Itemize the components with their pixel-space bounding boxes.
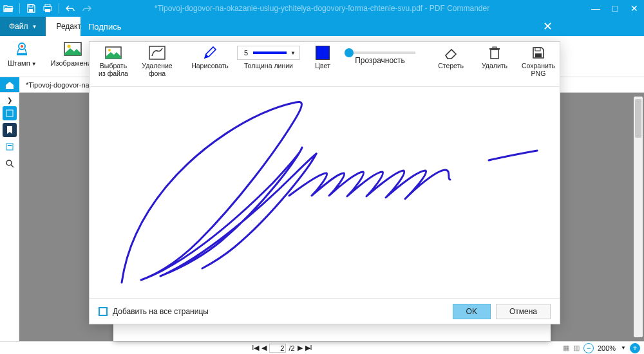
- view-single-icon[interactable]: ▦: [563, 344, 569, 352]
- page-total: /2: [289, 344, 294, 352]
- trash-icon: [486, 46, 504, 60]
- svg-point-13: [6, 160, 12, 165]
- page-nav: I◀ ◀ /2 ▶ ▶I: [252, 344, 312, 353]
- home-tab[interactable]: [0, 77, 19, 92]
- svg-rect-1: [29, 9, 33, 12]
- first-page-button[interactable]: I◀: [252, 344, 259, 352]
- line-width-control[interactable]: 5 ▼ Толщина линии: [236, 46, 301, 70]
- opacity-slider[interactable]: Прозрачность: [345, 46, 415, 65]
- close-button[interactable]: ✕: [625, 0, 644, 17]
- view-facing-icon[interactable]: ▥: [573, 344, 580, 352]
- eraser-icon: [442, 46, 460, 60]
- cancel-button[interactable]: Отмена: [496, 304, 551, 319]
- stamp-icon: [12, 40, 32, 58]
- zoom-in-button[interactable]: +: [630, 343, 640, 353]
- svg-rect-18: [491, 50, 498, 59]
- svg-rect-7: [17, 53, 27, 55]
- file-menu[interactable]: Файл▼: [0, 17, 46, 36]
- image-icon: [62, 40, 83, 58]
- svg-line-14: [11, 165, 14, 167]
- titlebar: *Tipovoj-dogovor-na-okazanie-uslug-ychit…: [0, 0, 644, 17]
- open-icon[interactable]: [0, 0, 17, 17]
- prev-page-button[interactable]: ◀: [261, 344, 267, 352]
- svg-rect-4: [45, 9, 50, 12]
- remove-bg-button[interactable]: Удаление фона: [140, 46, 175, 77]
- choose-from-file-button[interactable]: Выбрать из файла: [96, 46, 131, 77]
- delete-button[interactable]: Удалить: [477, 46, 512, 70]
- svg-rect-10: [6, 110, 13, 116]
- dialog-close-button[interactable]: ✕: [543, 19, 553, 33]
- print-icon[interactable]: [39, 0, 56, 17]
- restore-button[interactable]: □: [605, 0, 625, 17]
- window-title: *Tipovoj-dogovor-na-okazanie-uslug-ychit…: [0, 4, 644, 13]
- svg-rect-12: [8, 145, 12, 146]
- thumbnails-icon[interactable]: [3, 106, 17, 120]
- signature-dialog: Выбрать из файла Удаление фона Нарисоват…: [89, 41, 560, 324]
- zoom-dropdown[interactable]: ▼: [621, 345, 626, 351]
- zoom-level: 200%: [598, 344, 616, 352]
- expand-rail[interactable]: ❯: [7, 97, 12, 104]
- dialog-title: Подпись: [88, 22, 121, 32]
- dialog-header: Подпись ✕: [80, 17, 560, 36]
- picture-icon: [104, 46, 122, 60]
- svg-point-16: [108, 49, 111, 51]
- remove-bg-icon: [148, 46, 166, 60]
- next-page-button[interactable]: ▶: [298, 344, 303, 352]
- line-sample: [253, 51, 287, 54]
- svg-point-9: [68, 45, 71, 48]
- dialog-footer: Добавить на все страницы OK Отмена: [90, 298, 560, 324]
- save-png-button[interactable]: Сохранить PNG: [521, 46, 556, 77]
- add-all-pages-checkbox[interactable]: [99, 307, 108, 316]
- save-icon[interactable]: [23, 0, 39, 17]
- zoom-out-button[interactable]: −: [583, 343, 594, 353]
- chevron-down-icon: ▼: [290, 50, 296, 56]
- min-button[interactable]: —: [586, 0, 605, 17]
- add-all-pages-label: Добавить на все страницы: [113, 307, 209, 316]
- color-swatch: [316, 46, 330, 60]
- vertical-scrollbar[interactable]: [634, 97, 643, 337]
- color-picker[interactable]: Цвет: [310, 46, 336, 70]
- bookmarks-icon[interactable]: [3, 123, 17, 137]
- side-rail: ❯: [0, 93, 19, 341]
- status-bar: I◀ ◀ /2 ▶ ▶I ▦ ▥ − 200% ▼ +: [0, 341, 644, 354]
- draw-button[interactable]: Нарисовать: [193, 46, 227, 70]
- svg-point-6: [21, 45, 23, 48]
- page-input[interactable]: [269, 344, 286, 353]
- redo-icon[interactable]: [79, 0, 95, 17]
- dialog-toolbar: Выбрать из файла Удаление фона Нарисоват…: [90, 42, 560, 87]
- svg-rect-22: [535, 53, 542, 57]
- pen-icon: [201, 46, 219, 60]
- stamp-button[interactable]: Штамп▼: [4, 39, 41, 68]
- erase-button[interactable]: Стереть: [433, 46, 468, 70]
- fields-icon[interactable]: [3, 140, 17, 154]
- undo-icon[interactable]: [62, 0, 79, 17]
- save-icon: [529, 46, 547, 60]
- last-page-button[interactable]: ▶I: [305, 344, 312, 352]
- search-icon[interactable]: [3, 156, 17, 171]
- ok-button[interactable]: OK: [453, 304, 491, 319]
- svg-rect-17: [149, 46, 165, 59]
- svg-rect-11: [6, 144, 13, 150]
- signature-canvas[interactable]: [90, 87, 560, 298]
- svg-rect-20: [493, 47, 497, 48]
